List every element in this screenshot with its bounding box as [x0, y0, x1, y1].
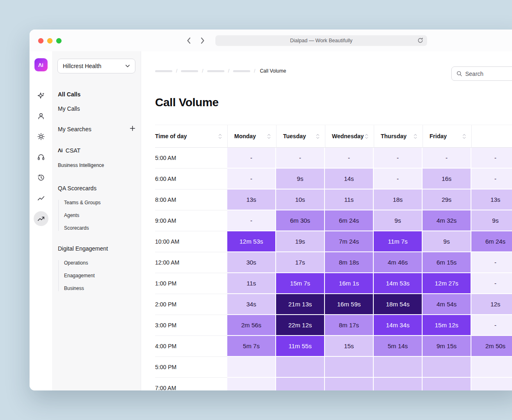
org-selector[interactable]: Hillcrest Health — [57, 59, 135, 73]
analytics-chart-icon[interactable] — [37, 194, 45, 202]
trending-up-icon[interactable] — [34, 211, 48, 226]
heatmap-cell[interactable]: - — [471, 315, 512, 336]
heatmap-cell[interactable]: 2m 50s — [471, 336, 512, 357]
heatmap-cell[interactable]: 5m 14s — [374, 336, 423, 357]
heatmap-cell[interactable]: - — [227, 210, 276, 231]
heatmap-cell[interactable]: 12m 27s — [423, 273, 471, 294]
history-clock-icon[interactable] — [37, 173, 45, 182]
heatmap-cell[interactable]: 14m 34s — [374, 315, 423, 336]
heatmap-cell[interactable]: 12m 53s — [227, 231, 276, 252]
settings-gear-icon[interactable] — [37, 132, 45, 141]
heatmap-cell[interactable] — [325, 378, 374, 390]
heatmap-cell[interactable]: 6m 15s — [423, 252, 471, 273]
sidebar-item-teams-groups[interactable]: Teams & Groups — [64, 200, 135, 205]
heatmap-cell[interactable]: 8m 17s — [325, 315, 374, 336]
heatmap-cell[interactable] — [471, 357, 512, 378]
heatmap-cell[interactable]: - — [471, 148, 512, 169]
sidebar-item-all-calls[interactable]: All Calls — [58, 91, 135, 98]
heatmap-cell[interactable] — [423, 378, 471, 390]
heatmap-cell[interactable]: 11m 55s — [276, 336, 325, 357]
heatmap-cell[interactable]: - — [471, 169, 512, 189]
heatmap-cell[interactable]: 9s — [471, 210, 512, 231]
heatmap-cell[interactable]: 8m 18s — [325, 252, 374, 273]
heatmap-cell[interactable] — [276, 357, 325, 378]
heatmap-cell[interactable]: - — [276, 148, 325, 169]
refresh-button[interactable] — [417, 37, 423, 45]
heatmap-cell[interactable]: 34s — [227, 294, 276, 315]
minimize-window-button[interactable] — [47, 38, 53, 43]
heatmap-cell[interactable]: 14m 53s — [374, 273, 423, 294]
sidebar-item-my-searches[interactable]: My Searches — [58, 126, 91, 132]
heatmap-cell[interactable]: - — [325, 148, 374, 169]
column-header-monday[interactable]: Monday — [227, 125, 276, 148]
forward-button[interactable] — [200, 37, 205, 46]
heatmap-cell[interactable]: 6m 24s — [471, 231, 512, 252]
contacts-icon[interactable] — [37, 112, 45, 120]
support-headset-icon[interactable] — [37, 153, 45, 161]
search-input[interactable] — [465, 71, 512, 77]
heatmap-cell[interactable] — [325, 357, 374, 378]
heatmap-cell[interactable]: - — [374, 148, 423, 169]
heatmap-cell[interactable]: 13s — [471, 189, 512, 210]
heatmap-cell[interactable] — [374, 357, 423, 378]
zoom-window-button[interactable] — [56, 38, 62, 43]
heatmap-cell[interactable]: 16m 1s — [325, 273, 374, 294]
heatmap-cell[interactable] — [471, 378, 512, 390]
heatmap-cell[interactable] — [374, 378, 423, 390]
heatmap-cell[interactable]: 30s — [227, 252, 276, 273]
heatmap-cell[interactable]: 15m 7s — [276, 273, 325, 294]
heatmap-cell[interactable]: 2m 56s — [227, 315, 276, 336]
heatmap-cell[interactable]: 18s — [374, 189, 423, 210]
sidebar-item-my-calls[interactable]: My Calls — [58, 105, 135, 112]
sidebar-item-business-intelligence[interactable]: Business Intelligence — [58, 162, 135, 168]
heatmap-cell[interactable]: 12s — [471, 294, 512, 315]
heatmap-cell[interactable]: - — [471, 252, 512, 273]
sidebar-item-csat[interactable]: Λi CSAT — [58, 147, 135, 154]
column-header-cut[interactable] — [471, 125, 512, 148]
heatmap-cell[interactable] — [423, 357, 471, 378]
heatmap-cell[interactable]: 6m 30s — [276, 210, 325, 231]
ai-sparkle-icon[interactable] — [37, 91, 45, 100]
sidebar-item-operations[interactable]: Operations — [64, 260, 135, 266]
heatmap-cell[interactable]: - — [423, 148, 471, 169]
heatmap-cell[interactable]: 4m 46s — [374, 252, 423, 273]
heatmap-cell[interactable]: - — [227, 169, 276, 189]
heatmap-cell[interactable]: 29s — [423, 189, 471, 210]
column-header-wednesday[interactable]: Wednesday — [325, 125, 374, 148]
heatmap-cell[interactable]: 9m 15s — [423, 336, 471, 357]
heatmap-cell[interactable]: 16m 59s — [325, 294, 374, 315]
column-header-tuesday[interactable]: Tuesday — [276, 125, 325, 148]
sidebar-item-scorecards[interactable]: Scorecards — [64, 225, 135, 231]
heatmap-cell[interactable]: 6m 24s — [325, 210, 374, 231]
address-bar[interactable]: Dialpad — Work Beautifully — [215, 35, 427, 46]
heatmap-cell[interactable]: 22m 12s — [276, 315, 325, 336]
heatmap-cell[interactable]: 17s — [276, 252, 325, 273]
back-button[interactable] — [187, 37, 191, 46]
heatmap-cell[interactable]: 11s — [227, 273, 276, 294]
heatmap-cell[interactable] — [227, 357, 276, 378]
heatmap-cell[interactable]: 9s — [374, 210, 423, 231]
heatmap-cell[interactable] — [227, 378, 276, 390]
sidebar-item-enagagement[interactable]: Enagagement — [64, 273, 135, 278]
heatmap-cell[interactable] — [276, 378, 325, 390]
sidebar-item-business[interactable]: Business — [64, 285, 135, 291]
heatmap-cell[interactable]: - — [227, 148, 276, 169]
heatmap-cell[interactable]: 11s — [325, 189, 374, 210]
sidebar-item-qa-scorecards[interactable]: QA Scorecards — [58, 185, 135, 192]
heatmap-cell[interactable]: 13s — [227, 189, 276, 210]
heatmap-cell[interactable]: 15m 12s — [423, 315, 471, 336]
close-window-button[interactable] — [38, 38, 43, 43]
heatmap-cell[interactable]: 9s — [423, 231, 471, 252]
heatmap-cell[interactable]: 11m 7s — [374, 231, 423, 252]
heatmap-cell[interactable]: 18m 54s — [374, 294, 423, 315]
add-search-button[interactable] — [130, 126, 135, 133]
column-header-thursday[interactable]: Thursday — [374, 125, 423, 148]
heatmap-cell[interactable]: - — [471, 273, 512, 294]
heatmap-cell[interactable]: 10s — [276, 189, 325, 210]
column-header-friday[interactable]: Friday — [423, 125, 471, 148]
heatmap-cell[interactable]: 4m 54s — [423, 294, 471, 315]
heatmap-cell[interactable]: 19s — [276, 231, 325, 252]
heatmap-cell[interactable]: 9s — [276, 169, 325, 189]
heatmap-cell[interactable]: 21m 13s — [276, 294, 325, 315]
heatmap-cell[interactable]: 7m 24s — [325, 231, 374, 252]
